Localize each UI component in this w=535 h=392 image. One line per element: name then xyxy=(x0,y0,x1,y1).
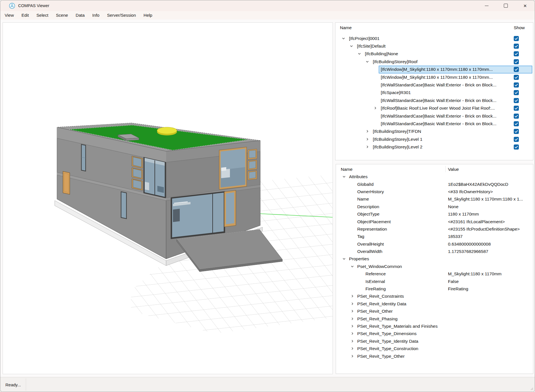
tree-row[interactable]: [IfcBuildingStorey]Level 1 xyxy=(335,135,533,143)
tree-item-label[interactable]: [IfcBuildingStorey]Roof xyxy=(373,59,511,64)
chevron-down-icon[interactable] xyxy=(350,44,354,48)
tree-item-label[interactable]: [IfcBuildingStorey]Level 2 xyxy=(373,144,511,150)
property-row[interactable]: ReferenceM_Skylight:1180 x 1170mm xyxy=(336,270,533,278)
tree-item-label[interactable]: [IfcWallStandardCase]Basic Wall:Exterior… xyxy=(381,121,511,126)
property-row[interactable]: PSet_Revit_Phasing xyxy=(336,315,533,322)
tree-item-label[interactable]: [IfcBuildingStorey]T/FDN xyxy=(373,129,511,134)
show-checkbox[interactable] xyxy=(514,90,519,95)
menu-server-session[interactable]: Server/Session xyxy=(103,11,140,20)
chevron-right-icon[interactable] xyxy=(365,145,369,149)
property-row[interactable]: Representation<#23155 IfcProductDefiniti… xyxy=(336,225,533,233)
menu-view[interactable]: View xyxy=(1,11,18,20)
chevron-down-icon[interactable] xyxy=(358,52,361,56)
maximize-button[interactable] xyxy=(496,0,515,11)
property-row[interactable]: IsExternalFalse xyxy=(336,278,533,285)
chevron-right-icon[interactable] xyxy=(350,294,354,298)
close-button[interactable]: ✕ xyxy=(515,0,535,11)
chevron-right-icon[interactable] xyxy=(350,339,354,343)
tree-item-label[interactable]: [IfcBuildingStorey]Level 1 xyxy=(373,137,511,142)
chevron-right-icon[interactable] xyxy=(350,324,354,328)
property-row[interactable]: Properties xyxy=(336,255,533,263)
property-row[interactable]: NameM_Skylight:1180 x 1170mm:1180 x 1... xyxy=(336,195,533,203)
property-row[interactable]: PSet_Revit_Type_Dimensions xyxy=(336,330,533,337)
tree-row[interactable]: [IfcWindow]M_Skylight:1180 x 1170mm:1180… xyxy=(335,73,533,81)
chevron-right-icon[interactable] xyxy=(365,129,369,133)
property-row[interactable]: PSet_Revit_Type_Other xyxy=(336,352,533,360)
tree-row[interactable]: [IfcBuilding]None xyxy=(335,50,533,58)
chevron-right-icon[interactable] xyxy=(350,309,354,313)
window-stack-south[interactable] xyxy=(248,149,257,180)
chevron-down-icon[interactable] xyxy=(342,257,346,261)
door-patio[interactable] xyxy=(224,190,236,227)
show-checkbox[interactable] xyxy=(514,98,519,103)
show-checkbox[interactable] xyxy=(514,59,519,64)
property-row[interactable]: ObjectPlacement<#23161 IfcLocalPlacement… xyxy=(336,218,533,225)
window-corner-upper[interactable] xyxy=(143,157,166,198)
tree-item-label[interactable]: [IfcWallStandardCase]Basic Wall:Exterior… xyxy=(381,98,511,103)
tree-item-label[interactable]: [IfcSite]Default xyxy=(357,44,511,49)
chevron-right-icon[interactable] xyxy=(365,137,369,141)
resize-grip[interactable] xyxy=(530,387,534,391)
chevron-down-icon[interactable] xyxy=(350,265,354,269)
show-checkbox[interactable] xyxy=(514,44,519,49)
tree-row[interactable]: [IfcProject]0001 xyxy=(335,35,533,42)
property-row[interactable]: PSet_Revit_Type_Construction xyxy=(336,345,533,352)
show-checkbox[interactable] xyxy=(514,67,519,72)
minimize-button[interactable] xyxy=(477,0,496,11)
property-row[interactable]: PSet_Revit_Type_Identity Data xyxy=(336,338,533,345)
tree-item-label[interactable]: [IfcWindow]M_Skylight:1180 x 1170mm:1180… xyxy=(381,75,511,80)
menu-select[interactable]: Select xyxy=(33,11,52,20)
tree-item-label[interactable]: [IfcWindow]M_Skylight:1180 x 1170mm:1180… xyxy=(381,67,511,72)
tree-item-label[interactable]: [IfcBuilding]None xyxy=(365,51,511,56)
chevron-down-icon[interactable] xyxy=(342,175,346,179)
property-row[interactable]: DescriptionNone xyxy=(336,203,533,210)
window-narrow-lower[interactable] xyxy=(121,192,126,219)
property-row[interactable]: PSet_Revit_Constraints xyxy=(336,293,533,300)
tree-row[interactable]: [IfcRoof]Basic Roof:Live Roof over Wood … xyxy=(335,105,533,112)
skylight-selected[interactable] xyxy=(157,127,177,135)
property-row[interactable]: OverallWidth1.172537682966587 xyxy=(336,248,533,255)
chevron-right-icon[interactable] xyxy=(350,347,354,351)
show-checkbox[interactable] xyxy=(514,114,519,119)
tree-item-label[interactable]: [IfcWallStandardCase]Basic Wall:Exterior… xyxy=(381,82,511,88)
window-large-upper[interactable] xyxy=(219,147,247,189)
menu-help[interactable]: Help xyxy=(140,11,156,20)
show-checkbox[interactable] xyxy=(514,75,519,80)
viewport-3d[interactable] xyxy=(3,22,333,374)
chevron-right-icon[interactable] xyxy=(350,317,354,321)
show-checkbox[interactable] xyxy=(514,51,519,56)
tree-row[interactable]: [IfcBuildingStorey]T/FDN xyxy=(335,128,533,135)
tree-row[interactable]: [IfcWallStandardCase]Basic Wall:Exterior… xyxy=(335,97,533,104)
show-checkbox[interactable] xyxy=(514,106,519,111)
tree-row[interactable]: [IfcSpace]R301 xyxy=(335,89,533,97)
property-row[interactable]: PSet_Revit_Type_Materials and Finishes xyxy=(336,323,533,330)
property-row[interactable]: OverallHeight0.6348000000000008 xyxy=(336,240,533,248)
menu-data[interactable]: Data xyxy=(72,11,88,20)
property-row[interactable]: Tag185337 xyxy=(336,233,533,240)
tree-item-label[interactable]: [IfcProject]0001 xyxy=(349,36,511,41)
property-row[interactable]: Attributes xyxy=(336,173,533,180)
tree-item-label[interactable]: [IfcSpace]R301 xyxy=(381,90,511,95)
menu-info[interactable]: Info xyxy=(88,11,103,20)
chevron-down-icon[interactable] xyxy=(365,60,369,64)
property-row[interactable]: OwnerHistory<#33 IfcOwnerHistory> xyxy=(336,188,533,195)
tree-row[interactable]: [IfcWallStandardCase]Basic Wall:Exterior… xyxy=(335,112,533,120)
tree-row[interactable]: [IfcWindow]M_Skylight:1180 x 1170mm:1180… xyxy=(335,66,533,73)
show-checkbox[interactable] xyxy=(514,129,519,134)
chevron-right-icon[interactable] xyxy=(350,354,354,358)
title-bar[interactable]: COMPAS Viewer ✕ xyxy=(0,0,535,11)
tree-row[interactable]: [IfcSite]Default xyxy=(335,42,533,50)
show-checkbox[interactable] xyxy=(514,121,519,126)
window-stack-west[interactable] xyxy=(132,156,143,190)
property-row[interactable]: GlobalId1Eo2$BaHX42AEkDvQQDocD xyxy=(336,180,533,188)
window-sliding-lower[interactable] xyxy=(171,191,225,239)
chevron-down-icon[interactable] xyxy=(342,37,346,41)
property-row[interactable]: PSet_Revit_Other xyxy=(336,308,533,315)
show-checkbox[interactable] xyxy=(514,137,519,142)
tree-item-label[interactable]: [IfcWallStandardCase]Basic Wall:Exterior… xyxy=(381,114,511,119)
tree-row[interactable]: [IfcWallStandardCase]Basic Wall:Exterior… xyxy=(335,81,533,89)
property-row[interactable]: Pset_WindowCommon xyxy=(336,263,533,270)
chevron-right-icon[interactable] xyxy=(350,302,354,306)
tree-row[interactable]: [IfcBuildingStorey]Level 2 xyxy=(335,143,533,151)
tree-row[interactable]: [IfcBuildingStorey]Roof xyxy=(335,58,533,65)
